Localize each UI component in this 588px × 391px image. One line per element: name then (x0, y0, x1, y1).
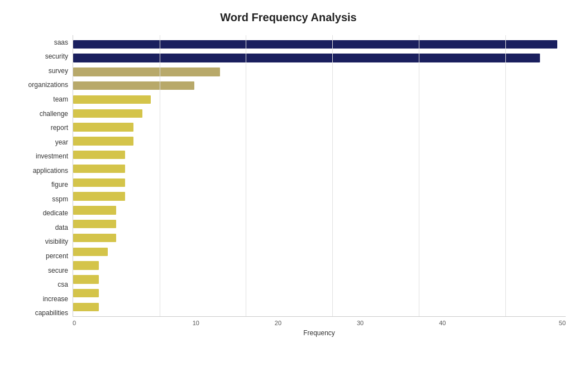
x-axis-tick: 10 (155, 320, 237, 328)
plot-area: 01020304050 Frequency (73, 35, 566, 337)
bar-row (73, 38, 566, 50)
bar-row (73, 80, 566, 92)
bar-row (73, 66, 566, 78)
y-label: report (11, 124, 73, 131)
bar (73, 165, 125, 173)
bar (73, 178, 125, 187)
bar-row (73, 176, 566, 189)
bar (73, 234, 116, 242)
bar-row (73, 94, 566, 106)
bar-row (73, 204, 566, 216)
y-label: percent (11, 253, 73, 259)
y-label: security (11, 53, 73, 60)
x-axis-labels: 01020304050 (73, 317, 566, 328)
bar-row (73, 163, 566, 175)
x-axis-tick: 30 (319, 320, 401, 328)
bar-row (73, 121, 566, 133)
bar (73, 81, 194, 90)
bar-row (73, 287, 566, 300)
y-label: saas (11, 39, 73, 46)
bar (73, 123, 133, 131)
y-label: dedicate (11, 210, 73, 216)
y-label: year (11, 139, 73, 146)
bar (73, 95, 151, 104)
y-label: sspm (11, 196, 73, 202)
bar-row (73, 259, 566, 272)
grid-line (505, 35, 506, 316)
bar (73, 261, 99, 269)
bar (73, 67, 220, 76)
y-label: applications (11, 167, 73, 174)
grid-line (332, 35, 333, 316)
x-axis-tick: 40 (401, 320, 484, 328)
bar (73, 137, 133, 145)
bar (73, 275, 99, 283)
bars-wrapper (73, 35, 566, 316)
grid-line (419, 35, 419, 316)
y-label: figure (11, 181, 73, 188)
x-axis-tick: 0 (73, 320, 155, 328)
y-label: investment (11, 153, 73, 160)
y-label: survey (11, 67, 73, 74)
y-label: team (11, 96, 73, 103)
y-label: secure (11, 267, 73, 274)
y-label: data (11, 224, 73, 231)
x-axis-title: Frequency (73, 329, 566, 337)
bar-row (73, 232, 566, 244)
chart-container: Word Frequency Analysis saassecuritysurv… (0, 0, 588, 391)
chart-title: Word Frequency Analysis (11, 11, 566, 24)
bar (73, 248, 108, 256)
y-label: challenge (11, 110, 73, 117)
chart-area: saassecuritysurveyorganizationsteamchall… (11, 35, 566, 337)
bar-row (73, 149, 566, 161)
bar-row (73, 107, 566, 119)
bar (73, 109, 142, 118)
bar (73, 303, 99, 311)
bar (73, 192, 125, 200)
bar (73, 40, 557, 49)
bar (73, 206, 116, 214)
bar-row (73, 301, 566, 313)
bar (73, 289, 99, 297)
bar-row (73, 273, 566, 286)
y-label: visibility (11, 238, 73, 245)
bar (73, 151, 125, 159)
x-axis-tick: 50 (484, 320, 566, 328)
bar-row (73, 218, 566, 230)
grid-line (160, 35, 160, 316)
y-label: capabilities (11, 310, 73, 316)
x-axis-tick: 20 (237, 320, 319, 328)
y-label: csa (11, 281, 73, 288)
y-label: organizations (11, 81, 73, 88)
bar (73, 54, 540, 62)
y-label: increase (11, 296, 73, 302)
grid-line (246, 35, 246, 316)
y-axis-labels: saassecuritysurveyorganizationsteamchall… (11, 35, 73, 337)
bar-row (73, 190, 566, 202)
bars-container (73, 35, 566, 317)
bar-row (73, 52, 566, 64)
bar-row (73, 245, 566, 258)
bar (73, 220, 116, 228)
bar-row (73, 135, 566, 147)
